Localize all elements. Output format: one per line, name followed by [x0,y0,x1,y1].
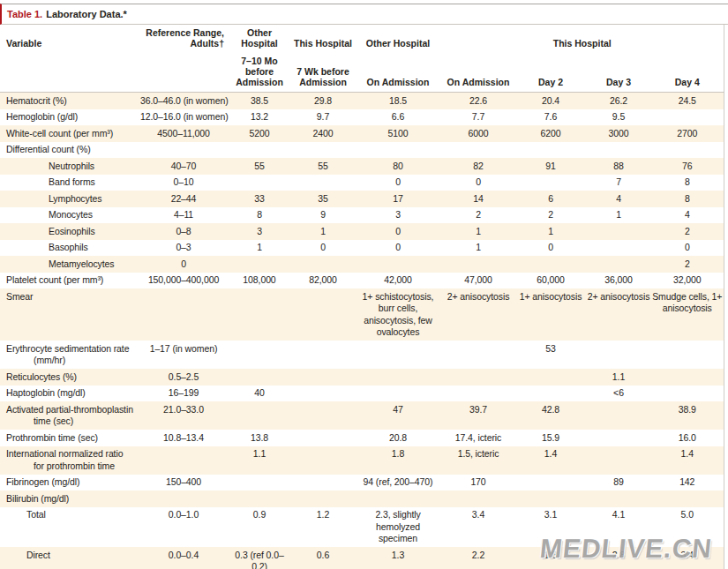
cell-day_4 [651,142,724,159]
row-label: Metamyelocytes [0,256,139,273]
cell-this_hospital_7_wk_before [291,490,355,507]
table-row: Direct0.0–0.40.3 (ref 0.0–0.2)0.61.32.21… [0,547,724,569]
cell-this_hospital_on_admission: 3.4 [441,507,515,548]
cell-other_hospital_on_admission [355,256,441,273]
cell-day_2: 15.9 [515,430,586,446]
col-subheader-7-wk-before-admission: 7 Wk before Admission [291,53,355,93]
col-subheader-on-admission-this: On Admission [441,53,515,93]
cell-day_3 [586,401,651,430]
cell-this_hospital_7_wk_before: 1.2 [291,507,355,548]
row-label: White-cell count (per mm³) [0,125,139,142]
cell-other_hospital_on_admission: 0 [355,223,441,240]
table-body: Hematocrit (%)36.0–46.0 (in women)38.529… [0,93,724,569]
cell-this_hospital_7_wk_before [291,256,355,273]
section-header-row: Differential count (%) [0,142,724,159]
cell-reference_range [139,288,228,341]
cell-day_3: 4 [586,191,651,207]
cell-day_4: 2700 [651,125,724,142]
cell-reference_range: 12.0–16.0 (in women) [139,109,228,126]
table-row: Smear1+ schistocytosis, burr cells, anis… [0,288,724,341]
cell-other_hospital_7_10_mo_before: 13.2 [228,109,291,126]
cell-reference_range: 22–44 [139,191,228,207]
row-label: Reticulocytes (%) [0,369,139,386]
row-label: Prothrombin time (sec) [0,430,139,446]
cell-this_hospital_on_admission: 2+ anisocytosis [441,288,515,341]
cell-other_hospital_7_10_mo_before: 33 [228,191,291,207]
cell-other_hospital_on_admission: 47 [355,401,441,430]
table-title: Table 1. Laboratory Data.* [0,4,728,25]
row-label: Erythrocyte sedimentation rate (mm/hr) [0,341,139,369]
cell-reference_range: 150,000–400,000 [139,273,228,289]
cell-other_hospital_on_admission: 1.3 [355,547,441,569]
cell-other_hospital_on_admission: 80 [355,158,441,175]
cell-day_4 [651,341,724,369]
cell-other_hospital_7_10_mo_before [228,369,291,386]
table-row: Band forms0–100078 [0,175,724,191]
cell-day_3 [586,256,651,273]
cell-this_hospital_7_wk_before [291,175,355,191]
cell-this_hospital_on_admission [441,369,515,386]
table-row: Hematocrit (%)36.0–46.0 (in women)38.529… [0,93,724,109]
cell-other_hospital_on_admission: 3 [355,207,441,224]
cell-other_hospital_7_10_mo_before: 38.5 [228,93,291,109]
table-row: Platelet count (per mm³)150,000–400,0001… [0,273,724,289]
col-header-this-hospital-group: This Hospital [441,25,724,53]
cell-this_hospital_on_admission [441,386,515,402]
cell-day_4: 24.5 [651,93,724,109]
cell-this_hospital_on_admission: 6000 [441,125,515,142]
cell-day_4 [651,369,724,386]
cell-other_hospital_7_10_mo_before: 108,000 [228,273,291,289]
cell-day_2: 2 [515,207,586,224]
cell-day_2: 1+ anisocytosis [515,288,586,341]
cell-day_4 [651,490,724,507]
cell-day_3: 7 [586,175,651,191]
table-row: International normalized ratio for proth… [0,446,724,475]
cell-day_2: 20.4 [515,93,586,109]
cell-this_hospital_7_wk_before: 0 [291,240,355,257]
cell-day_3 [586,446,651,475]
laboratory-data-table-page: Table 1. Laboratory Data.* Variable Refe… [0,0,728,569]
table-title-text: Laboratory Data.* [46,9,127,19]
cell-this_hospital_7_wk_before: 29.8 [291,93,355,109]
row-label: Total [0,507,139,548]
row-label: Monocytes [0,207,139,224]
cell-day_3: 2+ anisocytosis [586,288,651,341]
cell-this_hospital_on_admission [441,142,515,159]
cell-day_2: 91 [515,158,586,175]
cell-day_4: Smudge cells, 1+ anisocytosis [651,288,724,341]
table-row: Erythrocyte sedimentation rate (mm/hr)1–… [0,341,724,369]
cell-reference_range [139,142,228,159]
cell-day_4: 38.9 [651,401,724,430]
cell-day_2 [515,490,586,507]
row-label: Smear [0,288,139,341]
cell-day_4 [651,386,724,402]
cell-this_hospital_on_admission: 17.4, icteric [441,430,515,446]
row-label: Activated partial-thromboplastin time (s… [0,401,139,430]
cell-this_hospital_7_wk_before: 1 [291,223,355,240]
col-subheader-on-admission-other: On Admission [355,53,441,93]
cell-day_3: 36,000 [586,273,651,289]
cell-other_hospital_on_admission: 1.8 [355,446,441,475]
col-header-this-hospital-1: This Hospital [291,25,355,53]
cell-other_hospital_7_10_mo_before: 3 [228,223,291,240]
table-number-label: Table 1. [7,9,42,19]
row-label: Haptoglobin (mg/dl) [0,386,139,402]
cell-reference_range: 0.5–2.5 [139,369,228,386]
table-row: Activated partial-thromboplastin time (s… [0,401,724,430]
row-label: Basophils [0,240,139,257]
cell-other_hospital_on_admission: 6.6 [355,109,441,126]
table-row: Reticulocytes (%)0.5–2.51.1 [0,369,724,386]
cell-day_2: 1.8 [515,547,586,569]
cell-other_hospital_7_10_mo_before [228,490,291,507]
row-label: Differential count (%) [0,142,139,159]
cell-other_hospital_on_admission [355,341,441,369]
cell-day_4: 8 [651,191,724,207]
cell-day_3: 1 [586,207,651,224]
cell-other_hospital_7_10_mo_before [228,175,291,191]
cell-reference_range: 0–8 [139,223,228,240]
cell-reference_range: 0.0–0.4 [139,547,228,569]
row-label: Direct [0,547,139,569]
col-header-other-hospital-2: Other Hospital [355,25,441,53]
cell-other_hospital_7_10_mo_before: 1.1 [228,446,291,475]
cell-other_hospital_7_10_mo_before [228,341,291,369]
